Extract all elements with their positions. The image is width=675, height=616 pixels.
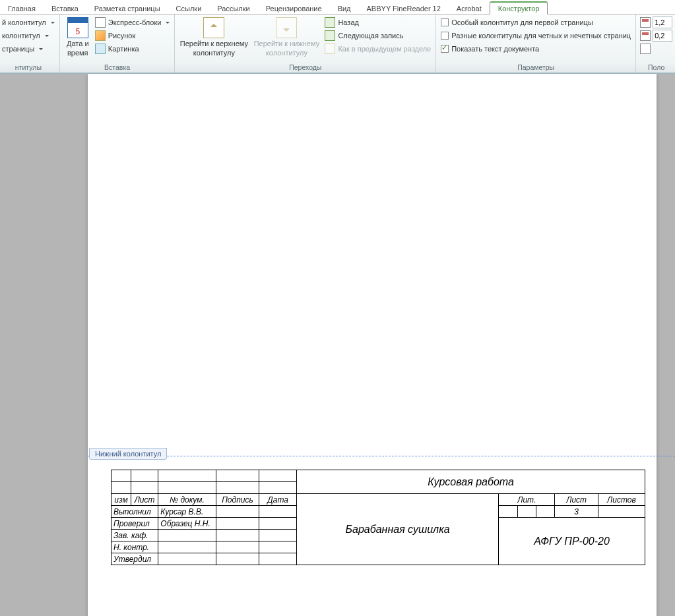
tab-view[interactable]: Вид [330, 3, 359, 14]
ribbon-tabs: Главная Вставка Разметка страницы Ссылки… [0, 0, 675, 15]
date-time-button[interactable]: Дата и время [63, 16, 93, 57]
link-previous-label: Как в предыдущем разделе [338, 45, 431, 53]
stamp-org: АФГУ ПР-00-20 [499, 518, 645, 565]
checkbox-icon [441, 32, 449, 40]
option-show-doc-label: Показать текст документа [451, 45, 539, 53]
group-navigation: Перейти к верхнему колонтитулу Перейти к… [175, 15, 436, 73]
group-position: 1,2 0,2 Поло [636, 15, 674, 73]
footer-button[interactable]: колонтитул [0, 29, 51, 42]
header-from-top-field[interactable]: 1,2 [639, 16, 674, 29]
footer-separator [88, 456, 675, 456]
tab-design[interactable]: Конструктор [490, 1, 548, 15]
stamp-h-sign: Подпись [216, 494, 259, 506]
alignment-tab-icon [640, 44, 651, 54]
goto-header-label-1: Перейти к верхнему [180, 40, 248, 47]
footer-label: колонтитул [2, 32, 40, 40]
next-label: Следующая запись [338, 32, 403, 40]
tab-home[interactable]: Главная [0, 3, 44, 14]
group-insert: Дата и время Экспресс-блоки Рисунок Карт… [60, 15, 176, 73]
option-odd-even-label: Разные колонтитулы для четных и нечетных… [451, 32, 631, 40]
group-header-footer: й колонтитул колонтитул страницы нтитулы [0, 15, 60, 73]
stamp-role-5: Утвердил [112, 553, 158, 565]
tab-review[interactable]: Рецензирование [258, 3, 330, 14]
picture-label: Рисунок [108, 32, 136, 40]
goto-footer-button[interactable]: Перейти к нижнему колонтитулу [250, 16, 323, 57]
header-from-top-value[interactable]: 1,2 [653, 16, 672, 28]
blocks-icon [95, 17, 106, 28]
footer-from-bottom-value[interactable]: 0,2 [653, 30, 672, 42]
clipart-label: Картинка [108, 45, 139, 53]
stamp-role-4: Н. контр. [112, 541, 158, 553]
clipart-button[interactable]: Картинка [93, 42, 172, 55]
page-number-button[interactable]: страницы [0, 42, 45, 55]
date-time-label-1: Дата и [67, 40, 89, 47]
stamp-role-1: Выполнил [112, 506, 158, 518]
stamp-name-2: Образец Н.Н. [158, 518, 216, 530]
next-icon [325, 30, 335, 41]
quick-parts-label: Экспресс-блоки [108, 18, 162, 26]
date-time-label-2: время [67, 49, 88, 57]
stamp-main-title: Барабанная сушилка [297, 494, 499, 565]
stamp-h-docnum: № докум. [158, 494, 216, 506]
checkbox-checked-icon [441, 45, 449, 53]
stamp-project-title: Курсовая работа [297, 470, 645, 494]
link-previous-button[interactable]: Как в предыдущем разделе [323, 42, 433, 55]
title-block[interactable]: Курсовая работа изм Лист № докум. Подпис… [111, 470, 645, 565]
link-icon [325, 44, 335, 54]
previous-button[interactable]: Назад [323, 16, 433, 29]
clipart-icon [95, 44, 106, 54]
picture-icon [95, 30, 106, 41]
tab-layout[interactable]: Разметка страницы [86, 3, 168, 14]
header-button[interactable]: й колонтитул [0, 16, 57, 29]
stamp-role-2: Проверил [112, 518, 158, 530]
calendar-icon [67, 17, 88, 38]
picture-button[interactable]: Рисунок [93, 29, 172, 42]
page-number-label: страницы [2, 45, 34, 53]
goto-footer-label-1: Перейти к нижнему [254, 40, 319, 47]
back-icon [325, 17, 335, 28]
stamp-h-sheets: Листов [598, 494, 645, 506]
stamp-sheet-no: 3 [555, 506, 598, 518]
group-header-footer-label: нтитулы [0, 63, 57, 73]
goto-footer-icon [276, 17, 297, 38]
group-insert-label: Вставка [63, 63, 172, 73]
checkbox-icon [441, 18, 449, 26]
ribbon: й колонтитул колонтитул страницы нтитулы… [0, 15, 675, 74]
stamp-name-1: Курсар В.В. [158, 506, 216, 518]
goto-header-button[interactable]: Перейти к верхнему колонтитулу [177, 16, 250, 57]
option-first-page[interactable]: Особый колонтитул для первой страницы [439, 16, 595, 29]
tab-mailings[interactable]: Рассылки [209, 3, 257, 14]
footer-tag[interactable]: Нижний колонтитул [89, 448, 167, 460]
tab-references[interactable]: Ссылки [168, 3, 210, 14]
document-area: Курсовая работа изм Лист № докум. Подпис… [0, 74, 675, 616]
option-odd-even[interactable]: Разные колонтитулы для четных и нечетных… [439, 29, 633, 42]
tab-insert[interactable]: Вставка [44, 3, 86, 14]
next-button[interactable]: Следующая запись [323, 29, 433, 42]
group-position-label: Поло [639, 63, 674, 73]
position-bottom-icon [640, 30, 651, 41]
group-options-label: Параметры [439, 63, 633, 73]
goto-header-icon [203, 17, 224, 38]
footer-from-bottom-field[interactable]: 0,2 [639, 29, 674, 42]
stamp-h-izm: изм [112, 494, 131, 506]
page[interactable]: Курсовая работа изм Лист № докум. Подпис… [88, 74, 657, 616]
position-top-icon [640, 17, 651, 28]
tab-acrobat[interactable]: Acrobat [449, 3, 490, 14]
group-navigation-label: Переходы [177, 63, 433, 73]
stamp-h-list: Лист [131, 494, 158, 506]
goto-header-label-2: колонтитулу [193, 49, 235, 57]
insert-alignment-tab[interactable] [639, 42, 652, 55]
stamp-h-sheet: Лист [555, 494, 598, 506]
stamp-h-lit: Лит. [499, 494, 555, 506]
quick-parts-button[interactable]: Экспресс-блоки [93, 16, 172, 29]
stamp-h-date: Дата [259, 494, 297, 506]
option-show-doc[interactable]: Показать текст документа [439, 42, 541, 55]
tab-abbyy[interactable]: ABBYY FineReader 12 [359, 3, 449, 14]
stamp-role-3: Зав. каф. [112, 530, 158, 541]
header-label: й колонтитул [2, 18, 46, 26]
option-first-page-label: Особый колонтитул для первой страницы [451, 18, 593, 26]
group-options: Особый колонтитул для первой страницы Ра… [436, 15, 636, 73]
previous-label: Назад [338, 18, 359, 26]
goto-footer-label-2: колонтитулу [266, 49, 307, 57]
